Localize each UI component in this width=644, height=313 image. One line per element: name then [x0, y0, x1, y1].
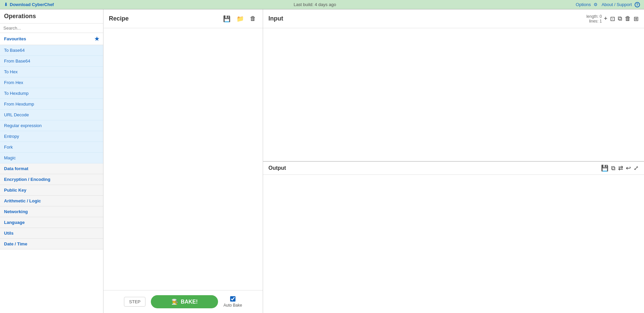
recipe-header: Recipe 💾 📁 🗑	[103, 9, 263, 28]
favourites-star-icon: ★	[94, 36, 99, 42]
input-meta: length: 0 lines: 1	[586, 14, 602, 24]
download-section[interactable]: ⬇ Download CyberChef	[4, 2, 54, 7]
list-item[interactable]: From Hex	[0, 77, 103, 88]
list-item[interactable]: Regular expression	[0, 120, 103, 131]
output-expand-button[interactable]: ⤢	[634, 164, 639, 172]
sidebar-item-language[interactable]: Language	[0, 217, 103, 228]
sidebar: Operations Favourites ★ To Base64 From B…	[0, 9, 103, 313]
sidebar-item-public-key[interactable]: Public Key	[0, 185, 103, 196]
list-item[interactable]: Entropy	[0, 131, 103, 142]
info-icon[interactable]: ?	[635, 2, 640, 7]
main-layout: Operations Favourites ★ To Base64 From B…	[0, 9, 644, 313]
input-paste-button[interactable]: ⧉	[618, 15, 622, 22]
input-lines-label: lines: 1	[589, 19, 602, 24]
auto-bake-checkbox[interactable]	[230, 296, 235, 302]
recipe-toolbar: 💾 📁 🗑	[222, 14, 257, 23]
about-support-label[interactable]: About / Support	[602, 2, 632, 7]
output-save-button[interactable]: 💾	[601, 164, 608, 172]
output-undo-button[interactable]: ↩	[626, 164, 631, 172]
sidebar-item-encryption-encoding[interactable]: Encryption / Encoding	[0, 174, 103, 185]
sidebar-item-arithmetic-logic[interactable]: Arithmetic / Logic	[0, 196, 103, 206]
top-right-nav: Options ⚙ About / Support ?	[576, 2, 640, 7]
input-clear-button[interactable]: 🗑	[625, 15, 631, 22]
sidebar-list: Favourites ★ To Base64 From Base64 To He…	[0, 33, 103, 313]
bake-button[interactable]: 👨‍🍳 BAKE!	[151, 295, 218, 308]
output-copy-button[interactable]: ⧉	[611, 165, 615, 172]
top-bar: ⬇ Download CyberChef Last build: 4 days …	[0, 0, 644, 9]
download-icon: ⬇	[4, 2, 8, 7]
recipe-footer: STEP 👨‍🍳 BAKE! Auto Bake	[103, 290, 263, 313]
list-item[interactable]: To Hexdump	[0, 88, 103, 99]
input-toolbar-buttons: + ⊡ ⧉ 🗑 ⊞	[604, 15, 639, 23]
input-toolbar: length: 0 lines: 1 + ⊡ ⧉ 🗑 ⊞	[586, 14, 639, 24]
input-open-button[interactable]: ⊡	[610, 15, 615, 23]
chef-icon: 👨‍🍳	[171, 299, 178, 305]
sidebar-item-utils[interactable]: Utils	[0, 228, 103, 239]
sidebar-item-data-format[interactable]: Data format	[0, 163, 103, 174]
sidebar-item-date-time[interactable]: Date / Time	[0, 239, 103, 249]
list-item[interactable]: To Hex	[0, 67, 103, 77]
build-info: Last build: 4 days ago	[294, 2, 336, 7]
auto-bake-label: Auto Bake	[223, 303, 242, 308]
output-header: Output 💾 ⧉ ⇄ ↩ ⤢	[263, 161, 644, 175]
recipe-title: Recipe	[109, 15, 129, 22]
auto-bake-area: Auto Bake	[223, 296, 242, 308]
output-body	[263, 175, 644, 313]
output-toolbar: 💾 ⧉ ⇄ ↩ ⤢	[601, 164, 639, 172]
list-item[interactable]: To Base64	[0, 45, 103, 56]
recipe-body	[103, 28, 263, 290]
list-item[interactable]: From Hexdump	[0, 99, 103, 110]
options-label[interactable]: Options	[576, 2, 591, 7]
sidebar-item-networking[interactable]: Networking	[0, 206, 103, 217]
input-body[interactable]	[263, 28, 644, 161]
step-button[interactable]: STEP	[124, 297, 145, 307]
save-recipe-button[interactable]: 💾	[222, 14, 232, 23]
output-title: Output	[268, 165, 286, 171]
input-header: Input length: 0 lines: 1 +	[263, 9, 644, 28]
gear-icon[interactable]: ⚙	[594, 2, 598, 7]
output-switch-button[interactable]: ⇄	[618, 164, 623, 172]
io-panel: Input length: 0 lines: 1 +	[263, 9, 644, 313]
list-item[interactable]: Fork	[0, 142, 103, 153]
input-length-label: length: 0	[586, 14, 602, 19]
delete-recipe-button[interactable]: 🗑	[249, 14, 257, 23]
input-title: Input	[268, 15, 283, 22]
list-item[interactable]: Magic	[0, 153, 103, 163]
list-item[interactable]: From Base64	[0, 56, 103, 67]
sidebar-title: Operations	[0, 9, 103, 24]
search-input[interactable]	[0, 24, 103, 33]
input-section: Input length: 0 lines: 1 +	[263, 9, 644, 161]
download-label[interactable]: Download CyberChef	[10, 2, 54, 7]
favourites-header[interactable]: Favourites ★	[0, 33, 103, 45]
list-item[interactable]: URL Decode	[0, 110, 103, 120]
input-expand-button[interactable]: ⊞	[634, 15, 639, 23]
output-section: Output 💾 ⧉ ⇄ ↩ ⤢	[263, 161, 644, 313]
input-new-tab-button[interactable]: +	[604, 15, 607, 22]
recipe-panel: Recipe 💾 📁 🗑 STEP 👨‍🍳 BAKE! Auto Bake	[103, 9, 263, 313]
open-recipe-button[interactable]: 📁	[235, 14, 245, 23]
